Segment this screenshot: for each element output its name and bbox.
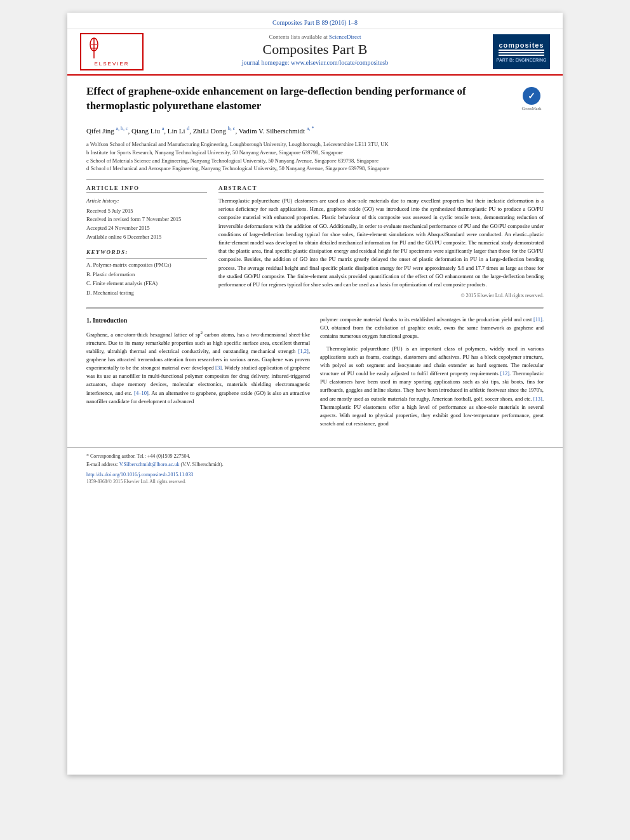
journal-top-bar: Composites Part B 89 (2016) 1–8 [67, 18, 563, 29]
author-qifei: Qifei Jing a, b, c, Qiang Liu a, Lin Li … [86, 127, 314, 135]
ref-3: [3] [215, 364, 222, 371]
elsevier-logo: ELSEVIER [80, 33, 144, 70]
body-col-right: polymer composite material thanks to its… [320, 316, 544, 432]
crossmark-label: CrossMark [521, 106, 541, 111]
affiliation-b: b Institute for Sports Research, Nanyang… [86, 149, 544, 157]
article-history-label: Article history: [86, 197, 207, 206]
abstract-col: ABSTRACT Thermoplastic polyurethane (PU)… [218, 185, 544, 298]
article-info-block: Article history: Received 5 July 2015 Re… [86, 197, 207, 241]
affiliation-c: c School of Materials Science and Engine… [86, 157, 544, 165]
copyright-line: © 2015 Elsevier Ltd. All rights reserved… [218, 293, 544, 298]
received-date: Received 5 July 2015 [86, 207, 207, 216]
footnote-corresponding: * Corresponding author. Tel.: +44 (0)150… [86, 453, 544, 461]
keywords-heading: KEYWORDS: [86, 248, 207, 259]
journal-homepage: journal homepage: www.elsevier.com/locat… [144, 58, 486, 70]
ref-4-10: [4–10] [134, 390, 149, 396]
homepage-url[interactable]: www.elsevier.com/locate/compositesb [291, 59, 388, 66]
article-title: Effect of graphene-oxide enhancement on … [86, 84, 513, 114]
crossmark[interactable]: ✓ CrossMark [519, 87, 544, 111]
ref-11: [11] [533, 316, 542, 323]
composites-logo: composites PART B: ENGINEERING [493, 34, 550, 69]
affiliation-d: d School of Mechanical and Aerospace Eng… [86, 164, 544, 173]
article-title-row: Effect of graphene-oxide enhancement on … [86, 84, 544, 119]
ref-1-2: [1,2] [298, 348, 309, 354]
elsevier-logo-inner: ELSEVIER [80, 33, 144, 70]
intro-section-title: 1. Introduction [86, 316, 310, 326]
keyword-b: B. Plastic deformation [86, 270, 207, 279]
doi-line[interactable]: http://dx.doi.org/10.1016/j.compositesb.… [86, 472, 544, 477]
accepted-date: Accepted 24 November 2015 [86, 224, 207, 233]
issn-line: 1359-8368/© 2015 Elsevier Ltd. All right… [86, 479, 544, 484]
keyword-c: C. Finite element analysis (FEA) [86, 279, 207, 288]
page: Composites Part B 89 (2016) 1–8 [67, 13, 563, 775]
keyword-d: D. Mechanical testing [86, 288, 207, 297]
journal-title-center: Contents lists available at ScienceDirec… [144, 34, 486, 70]
intro-col2-text: polymer composite material thanks to its… [320, 316, 544, 428]
keyword-a: A. Polymer-matrix composites (PMCs) [86, 260, 207, 269]
journal-header: Composites Part B 89 (2016) 1–8 [67, 13, 563, 76]
composites-logo-box: composites PART B: ENGINEERING [486, 34, 550, 69]
intro-para-1: Graphene, a one-atom-thick hexagonal lat… [86, 330, 310, 406]
doi-url[interactable]: http://dx.doi.org/10.1016/j.compositesb.… [86, 472, 193, 477]
affiliation-a: a Wolfson School of Mechanical and Manuf… [86, 140, 544, 149]
journal-volume-ref: Composites Part B 89 (2016) 1–8 [272, 19, 358, 26]
email-label: E-mail address: [86, 462, 118, 467]
journal-main-header: ELSEVIER Contents lists available at Sci… [67, 29, 563, 74]
journal-title: Composites Part B [144, 41, 486, 58]
corresponding-note: * Corresponding author. Tel.: +44 (0)150… [86, 453, 191, 459]
article-content: Effect of graphene-oxide enhancement on … [67, 76, 563, 441]
footnote-email: E-mail address: V.Silberschmidt@lboro.ac… [86, 461, 544, 469]
keywords-block: KEYWORDS: A. Polymer-matrix composites (… [86, 248, 207, 297]
email-link[interactable]: V.Silberschmidt@lboro.ac.uk [119, 462, 180, 467]
article-info-col: ARTICLE INFO Article history: Received 5… [86, 185, 207, 298]
intro-para-3: Thermoplastic polyurethane (PU) is an im… [320, 345, 544, 429]
authors-line: Qifei Jing a, b, c, Qiang Liu a, Lin Li … [86, 125, 544, 137]
science-direct-link[interactable]: ScienceDirect [329, 34, 361, 40]
elsevier-label: ELSEVIER [85, 61, 138, 67]
section-divider-1 [86, 179, 544, 180]
ref-13: [13] [533, 396, 542, 402]
article-info-heading: ARTICLE INFO [86, 185, 207, 193]
affiliations: a Wolfson School of Mechanical and Manuf… [86, 140, 544, 173]
info-abstract-cols: ARTICLE INFO Article history: Received 5… [86, 185, 544, 298]
intro-col1-text: Graphene, a one-atom-thick hexagonal lat… [86, 330, 310, 406]
abstract-text: Thermoplastic polyurethane (PU) elastome… [218, 197, 544, 289]
article-title-text: Effect of graphene-oxide enhancement on … [86, 84, 513, 119]
ref-12: [12] [500, 370, 509, 377]
crossmark-icon[interactable]: ✓ [523, 87, 540, 105]
body-two-col: 1. Introduction Graphene, a one-atom-thi… [86, 316, 544, 432]
footer-area: * Corresponding author. Tel.: +44 (0)150… [67, 447, 563, 488]
abstract-heading: ABSTRACT [218, 185, 544, 193]
email-author: (V.V. Silberschmidt). [180, 462, 223, 467]
intro-para-2: polymer composite material thanks to its… [320, 316, 544, 341]
body-divider [86, 307, 544, 309]
available-date: Available online 6 December 2015 [86, 233, 207, 242]
body-col-left: 1. Introduction Graphene, a one-atom-thi… [86, 316, 310, 432]
elsevier-emblem-icon [85, 37, 103, 60]
revised-date: Received in revised form 7 November 2015 [86, 215, 207, 224]
contents-text: Contents lists available at [269, 34, 328, 40]
